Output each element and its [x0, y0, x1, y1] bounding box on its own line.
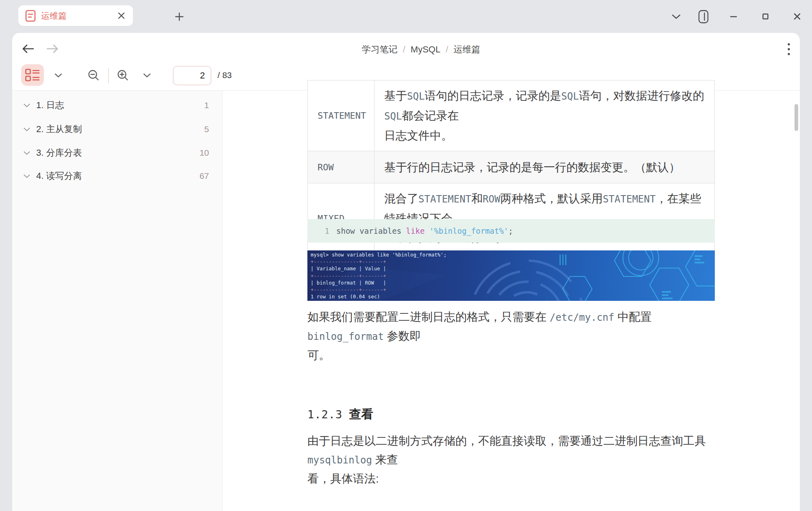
inline-code: STATEMENT — [603, 194, 655, 205]
new-tab-button[interactable] — [174, 11, 185, 22]
forward-button[interactable] — [46, 43, 59, 55]
chevron-down-icon — [54, 73, 62, 78]
outline-list-icon — [25, 69, 40, 81]
inline-code: mysqlbinlog — [307, 454, 372, 466]
sidebar-item[interactable]: 2. 主从复制5 — [12, 119, 222, 139]
heading-number: 1.2.3 — [307, 408, 342, 421]
paragraph-line: 由于日志是以二进制方式存储的，不能直接读取，需要通过二进制日志查询工具 mysq… — [307, 432, 722, 470]
table-cell-label: ROW — [308, 151, 374, 183]
outline-chevron-button[interactable] — [52, 71, 64, 79]
text-run: 都会记录在 — [402, 109, 459, 122]
inline-code: binlog_format — [307, 331, 384, 342]
text-run: 和 — [471, 192, 483, 205]
table-cell-desc: 混合了STATEMENT和ROW两种格式，默认采用STATEMENT，在某些特殊… — [374, 183, 714, 254]
table-row: STATEMENT基于SQL语句的日志记录，记录的是SQL语句，对数据进行修改的… — [308, 80, 714, 151]
app-tab-bar: 运维篇 — [0, 0, 812, 33]
breadcrumb-item[interactable]: MySQL — [411, 44, 440, 54]
chevron-down-icon[interactable] — [24, 104, 31, 107]
table-desc-line: 基于行的日志记录，记录的是每一行的数据变更。（默认） — [384, 158, 706, 177]
page-number-input[interactable] — [173, 66, 211, 85]
text-run: 混合了 — [384, 192, 418, 205]
sidebar-item-label: 4. 读写分离 — [36, 170, 200, 182]
text-run: 日志文件中。 — [384, 129, 453, 142]
terminal-line: +---------------+-------+ — [311, 287, 446, 294]
breadcrumb-separator: / — [403, 44, 405, 54]
paragraph-config: 如果我们需要配置二进制日志的格式，只需要在 /etc/my.cnf 中配置 bi… — [307, 308, 722, 365]
more-options-button[interactable] — [783, 42, 795, 56]
heading-123: 1.2.3 查看 — [307, 404, 373, 424]
zoom-in-icon — [117, 70, 128, 81]
sidebar-item-count: 10 — [200, 148, 209, 158]
code-line-number: 1 — [307, 226, 329, 235]
chevron-down-icon — [672, 14, 681, 19]
zoom-in-button[interactable] — [116, 69, 129, 82]
maximize-button[interactable] — [758, 0, 773, 33]
code-line: show variables like '%binlog_format%'; — [336, 226, 513, 235]
sidebar-item-count: 67 — [200, 171, 209, 181]
text-run: 如果我们需要配置二进制日志的格式，只需要在 — [307, 311, 550, 323]
forward-arrow-icon — [46, 44, 59, 54]
zoom-out-button[interactable] — [87, 69, 100, 82]
chevron-down-icon[interactable] — [24, 174, 31, 178]
terminal-line: +---------------+-------+ — [311, 259, 446, 265]
zoom-chevron-button[interactable] — [141, 71, 153, 79]
inline-code: SQL — [384, 111, 402, 122]
window-close-button[interactable] — [790, 0, 804, 33]
scrollbar-thumb[interactable] — [795, 104, 798, 131]
chevron-down-icon[interactable] — [24, 151, 31, 155]
code-token: ; — [508, 226, 513, 235]
paragraph-line: 如果我们需要配置二进制日志的格式，只需要在 /etc/my.cnf 中配置 bi… — [307, 308, 722, 346]
chevron-down-icon — [143, 73, 151, 78]
table-cell-desc: 基于SQL语句的日志记录，记录的是SQL语句，对数据进行修改的SQL都会记录在日… — [374, 80, 714, 151]
table-label-text: ROW — [318, 162, 334, 172]
document-icon — [25, 10, 36, 22]
inline-code: SQL — [407, 91, 425, 102]
breadcrumb-separator: / — [446, 44, 448, 54]
sidebar-toggle-icon — [698, 10, 709, 24]
outline-toggle-button[interactable] — [21, 64, 44, 86]
chevron-down-icon[interactable] — [24, 128, 31, 131]
terminal-line: | Variable_name | Value | — [311, 265, 446, 272]
terminal-line: +---------------+-------+ — [311, 273, 446, 280]
terminal-line: mysql> show variables like '%binlog_form… — [311, 252, 446, 259]
back-arrow-icon — [22, 44, 35, 54]
document-tab[interactable]: 运维篇 — [18, 5, 133, 26]
sidebar-item[interactable]: 1. 日志1 — [12, 95, 222, 115]
inline-code: /etc/my.cnf — [550, 312, 614, 323]
minimize-button[interactable] — [726, 0, 741, 33]
text-run: 中配置 — [614, 311, 655, 323]
content-card: 学习笔记/MySQL/运维篇 — [12, 33, 800, 511]
text-run: 参数即 — [384, 330, 421, 342]
sidebar-item[interactable]: 4. 读写分离67 — [12, 166, 222, 186]
table-cell-label: STATEMENT — [308, 80, 374, 151]
text-run: 基于 — [384, 89, 407, 102]
close-icon — [794, 13, 801, 20]
breadcrumb-item[interactable]: 学习笔记 — [362, 44, 398, 54]
code-block: 1 show variables like '%binlog_format%'; — [307, 219, 715, 243]
inline-code: SQL — [561, 91, 579, 102]
sidebar: 1. 日志12. 主从复制53. 分库分表104. 读写分离67 — [12, 91, 222, 511]
text-run: 由于日志是以二进制方式存储的，不能直接读取，需要通过二进制日志查询工具 — [307, 435, 709, 447]
breadcrumb-item[interactable]: 运维篇 — [453, 44, 480, 54]
paragraph-view: 由于日志是以二进制方式存储的，不能直接读取，需要通过二进制日志查询工具 mysq… — [307, 432, 722, 488]
code-token: '%binlog_format%' — [429, 226, 508, 235]
sidebar-item-count: 1 — [204, 100, 209, 110]
window-menu-button[interactable] — [669, 0, 683, 33]
page-total-label: / 83 — [218, 70, 232, 80]
table-row: ROW基于行的日志记录，记录的是每一行的数据变更。（默认） — [308, 151, 714, 183]
back-button[interactable] — [21, 43, 35, 55]
sidebar-toggle-button[interactable] — [696, 0, 711, 33]
sidebar-item-count: 5 — [204, 124, 209, 134]
inline-code: STATEMENT — [418, 194, 471, 205]
tab-close-icon[interactable] — [115, 10, 127, 22]
table-cell-desc: 基于行的日志记录，记录的是每一行的数据变更。（默认） — [374, 151, 714, 183]
text-run: 基于行的日志记录，记录的是每一行的数据变更。（默认） — [384, 161, 680, 174]
text-run: 来查 — [372, 453, 398, 466]
toolbar-divider — [108, 68, 109, 83]
terminal-screenshot: mysql> show variables like '%binlog_form… — [307, 250, 715, 301]
maximize-icon — [762, 13, 769, 20]
zoom-out-icon — [88, 70, 99, 81]
table-row: MIXED混合了STATEMENT和ROW两种格式，默认采用STATEMENT，… — [308, 183, 714, 254]
sidebar-item[interactable]: 3. 分库分表10 — [12, 143, 222, 163]
terminal-line: | binlog_format | ROW | — [311, 280, 446, 287]
